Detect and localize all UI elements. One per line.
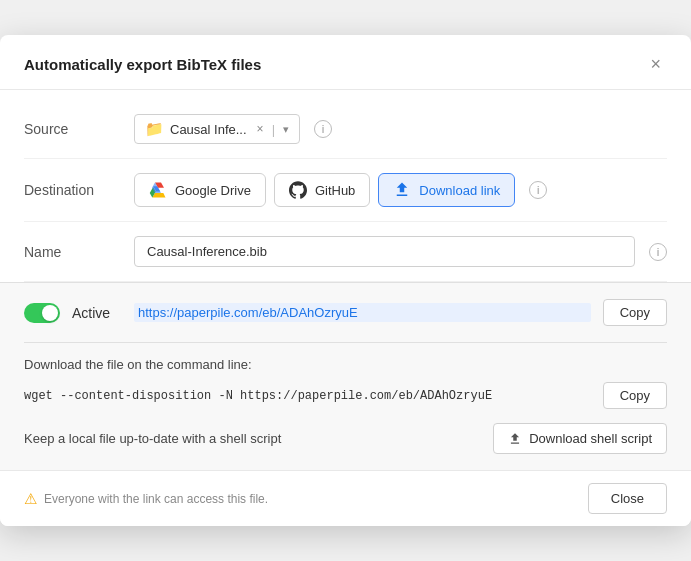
cmd-copy-button[interactable]: Copy xyxy=(603,382,667,409)
dialog-header: Automatically export BibTeX files × xyxy=(0,35,691,90)
source-chip-close-icon[interactable]: × xyxy=(257,122,264,136)
toggle-thumb xyxy=(42,305,58,321)
destination-controls: Google Drive GitHub Download link i xyxy=(134,173,667,207)
cmd-description: Download the file on the command line: xyxy=(24,357,667,372)
active-section: Active https://paperpile.com/eb/ADAhOzry… xyxy=(0,282,691,470)
active-url-link[interactable]: https://paperpile.com/eb/ADAhOzryuE xyxy=(134,303,591,322)
dialog-footer: ⚠ Everyone with the link can access this… xyxy=(0,470,691,526)
active-toggle[interactable] xyxy=(24,303,60,323)
shell-row: Keep a local file up-to-date with a shel… xyxy=(24,423,667,454)
export-dialog: Automatically export BibTeX files × Sour… xyxy=(0,35,691,526)
source-info-icon: i xyxy=(314,120,332,138)
name-label: Name xyxy=(24,244,134,260)
destination-row: Destination Google Drive xyxy=(24,159,667,222)
dialog-close-icon-button[interactable]: × xyxy=(644,53,667,75)
folder-icon: 📁 xyxy=(145,120,164,138)
name-row: Name i xyxy=(24,222,667,282)
source-chip[interactable]: 📁 Causal Infe... × | ▾ xyxy=(134,114,300,144)
source-controls: 📁 Causal Infe... × | ▾ i xyxy=(134,114,667,144)
destination-github-button[interactable]: GitHub xyxy=(274,173,370,207)
source-chip-divider: | xyxy=(272,122,275,137)
name-info-icon: i xyxy=(649,243,667,261)
source-chip-name: Causal Infe... xyxy=(170,122,247,137)
destination-gdrive-label: Google Drive xyxy=(175,183,251,198)
destination-label: Destination xyxy=(24,182,134,198)
warning-text: Everyone with the link can access this f… xyxy=(44,492,268,506)
name-input[interactable] xyxy=(134,236,635,267)
separator-line xyxy=(24,342,667,343)
source-label: Source xyxy=(24,121,134,137)
destination-download-label: Download link xyxy=(419,183,500,198)
destination-download-link-button[interactable]: Download link xyxy=(378,173,515,207)
shell-description: Keep a local file up-to-date with a shel… xyxy=(24,431,281,446)
cmd-row: wget --content-disposition -N https://pa… xyxy=(24,382,667,409)
name-controls: i xyxy=(134,236,667,267)
footer-warning: ⚠ Everyone with the link can access this… xyxy=(24,490,268,508)
url-copy-button[interactable]: Copy xyxy=(603,299,667,326)
destination-github-label: GitHub xyxy=(315,183,355,198)
download-shell-script-button[interactable]: Download shell script xyxy=(493,423,667,454)
active-row: Active https://paperpile.com/eb/ADAhOzry… xyxy=(24,299,667,326)
google-drive-icon xyxy=(149,181,167,199)
github-icon xyxy=(289,181,307,199)
destination-info-icon: i xyxy=(529,181,547,199)
toggle-track xyxy=(24,303,60,323)
download-icon xyxy=(508,432,522,446)
cmd-text: wget --content-disposition -N https://pa… xyxy=(24,389,593,403)
dialog-title: Automatically export BibTeX files xyxy=(24,56,261,73)
source-chip-caret-icon[interactable]: ▾ xyxy=(283,123,289,136)
shell-btn-label: Download shell script xyxy=(529,431,652,446)
warning-icon: ⚠ xyxy=(24,490,37,508)
close-dialog-button[interactable]: Close xyxy=(588,483,667,514)
source-row: Source 📁 Causal Infe... × | ▾ i xyxy=(24,100,667,159)
form-section: Source 📁 Causal Infe... × | ▾ i Destinat… xyxy=(0,90,691,282)
destination-google-drive-button[interactable]: Google Drive xyxy=(134,173,266,207)
active-label: Active xyxy=(72,305,122,321)
download-link-icon xyxy=(393,181,411,199)
